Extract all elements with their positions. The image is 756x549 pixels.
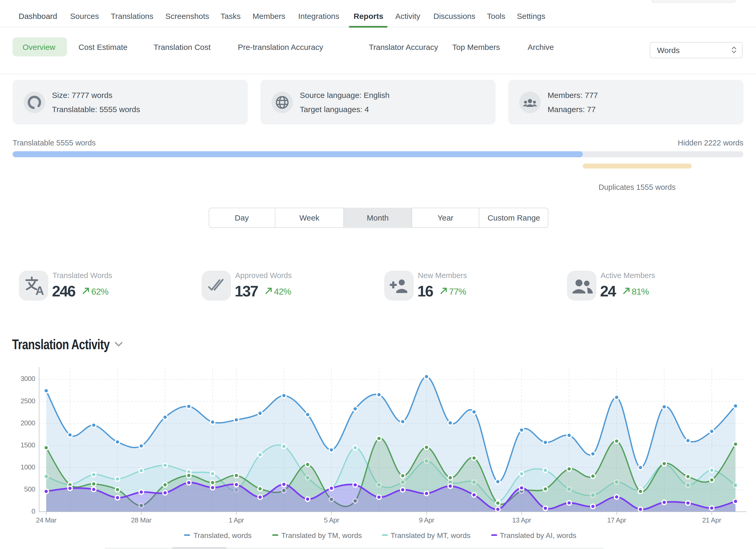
svg-text:A: A bbox=[35, 284, 44, 297]
